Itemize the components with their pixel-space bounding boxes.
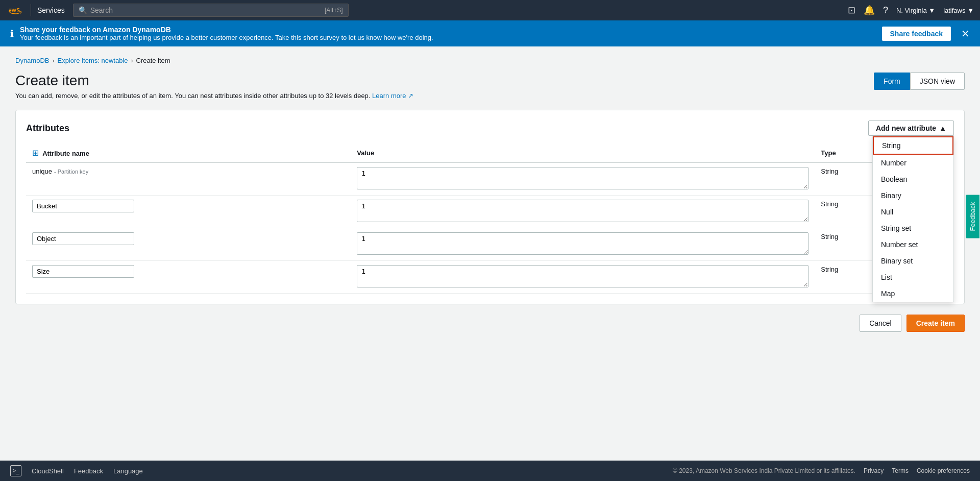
table-row: 1 String bbox=[26, 196, 954, 228]
attr-value-cell: 1 bbox=[351, 196, 815, 228]
attr-name-cell bbox=[26, 228, 351, 261]
attr-name-cell bbox=[26, 261, 351, 294]
attr-name-cell bbox=[26, 196, 351, 228]
dropdown-item-binaryset[interactable]: Binary set bbox=[873, 253, 953, 269]
attributes-header: Attributes Add new attribute ▲ String Nu… bbox=[26, 121, 954, 136]
form-view-button[interactable]: Form bbox=[874, 73, 910, 90]
add-attribute-wrapper: Add new attribute ▲ String Number Boolea… bbox=[868, 121, 954, 136]
attr-name-input[interactable] bbox=[32, 265, 134, 278]
attributes-card: Attributes Add new attribute ▲ String Nu… bbox=[15, 110, 965, 304]
top-navigation: Services 🔍 [Alt+S] ⊡ 🔔 ? N. Virginia ▼ l… bbox=[0, 0, 980, 20]
create-item-button[interactable]: Create item bbox=[906, 315, 965, 332]
dropdown-item-boolean[interactable]: Boolean bbox=[873, 171, 953, 187]
search-shortcut: [Alt+S] bbox=[325, 7, 343, 14]
dropdown-item-string[interactable]: String bbox=[873, 136, 953, 155]
dropdown-item-null[interactable]: Null bbox=[873, 204, 953, 220]
nav-icons: ⊡ 🔔 ? N. Virginia ▼ latifaws ▼ bbox=[848, 5, 974, 16]
cloud-icon[interactable]: ⊡ bbox=[848, 5, 855, 16]
attributes-table: ⊞ Attribute name Value Type unique - Par… bbox=[26, 144, 954, 294]
breadcrumb-explore[interactable]: Explore items: newtable bbox=[57, 57, 128, 64]
attr-type-label: String bbox=[821, 233, 838, 240]
search-icon: 🔍 bbox=[79, 6, 87, 14]
chevron-up-icon: ▲ bbox=[939, 124, 946, 132]
banner-text: Share your feedback on Amazon DynamoDB Y… bbox=[20, 26, 876, 41]
attr-value-cell: 1 bbox=[351, 261, 815, 294]
attr-name-readonly: unique bbox=[32, 167, 52, 175]
page-description: You can add, remove, or edit the attribu… bbox=[15, 92, 413, 100]
dropdown-item-stringset[interactable]: String set bbox=[873, 220, 953, 236]
attr-type-label: String bbox=[821, 167, 838, 175]
attr-value-cell: 1 bbox=[351, 228, 815, 261]
attributes-title: Attributes bbox=[26, 123, 69, 134]
dropdown-item-number[interactable]: Number bbox=[873, 155, 953, 171]
attr-value-cell: 1 bbox=[351, 162, 815, 196]
breadcrumb-sep-2: › bbox=[131, 57, 133, 64]
banner-title: Share your feedback on Amazon DynamoDB bbox=[20, 26, 876, 34]
cancel-button[interactable]: Cancel bbox=[860, 315, 901, 332]
attr-value-input[interactable]: 1 bbox=[357, 232, 808, 255]
table-row: 1 String bbox=[26, 228, 954, 261]
add-row-button[interactable]: ⊞ bbox=[32, 148, 39, 158]
breadcrumb-current: Create item bbox=[136, 57, 170, 64]
bottom-buttons: Cancel Create item bbox=[15, 315, 965, 337]
search-bar[interactable]: 🔍 [Alt+S] bbox=[73, 4, 349, 17]
breadcrumb-sep-1: › bbox=[52, 57, 54, 64]
json-view-button[interactable]: JSON view bbox=[910, 73, 965, 90]
attr-type-label: String bbox=[821, 200, 838, 208]
user-menu[interactable]: latifaws ▼ bbox=[943, 7, 974, 14]
banner-subtitle: Your feedback is an important part of he… bbox=[20, 34, 876, 41]
nav-divider bbox=[31, 4, 31, 16]
attr-value-input[interactable]: 1 bbox=[357, 265, 808, 287]
page-header-left: Create item You can add, remove, or edit… bbox=[15, 73, 413, 100]
add-new-attribute-button[interactable]: Add new attribute ▲ bbox=[868, 121, 954, 136]
attr-name-cell: unique - Partition key bbox=[26, 162, 351, 196]
attribute-type-dropdown: String Number Boolean Binary Null String… bbox=[872, 136, 954, 302]
page-title: Create item bbox=[15, 73, 413, 89]
share-feedback-button[interactable]: Share feedback bbox=[882, 27, 951, 41]
dropdown-item-map[interactable]: Map bbox=[873, 285, 953, 302]
attr-name-input[interactable] bbox=[32, 200, 134, 212]
learn-more-link[interactable]: Learn more ↗ bbox=[372, 92, 413, 100]
partition-key-label: - Partition key bbox=[54, 169, 88, 175]
page-header: Create item You can add, remove, or edit… bbox=[15, 73, 965, 100]
bell-icon[interactable]: 🔔 bbox=[864, 5, 875, 16]
attr-value-input[interactable]: 1 bbox=[357, 200, 808, 222]
info-icon: ℹ bbox=[10, 28, 14, 39]
main-content: DynamoDB › Explore items: newtable › Cre… bbox=[0, 46, 980, 446]
attr-value-input[interactable]: 1 bbox=[357, 167, 808, 189]
table-row: unique - Partition key 1 String bbox=[26, 162, 954, 196]
table-row: 1 String bbox=[26, 261, 954, 294]
search-input[interactable] bbox=[90, 6, 321, 14]
attr-name-input[interactable] bbox=[32, 232, 134, 245]
banner-close-icon[interactable]: ✕ bbox=[961, 28, 970, 40]
feedback-banner: ℹ Share your feedback on Amazon DynamoDB… bbox=[0, 20, 980, 46]
breadcrumb: DynamoDB › Explore items: newtable › Cre… bbox=[15, 57, 965, 64]
view-toggle: Form JSON view bbox=[874, 73, 965, 90]
feedback-side-tab[interactable]: Feedback bbox=[966, 195, 979, 238]
region-selector[interactable]: N. Virginia ▼ bbox=[896, 7, 935, 14]
dropdown-item-numberset[interactable]: Number set bbox=[873, 236, 953, 253]
help-icon[interactable]: ? bbox=[883, 5, 888, 16]
aws-logo[interactable] bbox=[6, 4, 24, 16]
dropdown-item-binary[interactable]: Binary bbox=[873, 187, 953, 204]
col-header-value: Value bbox=[351, 144, 815, 162]
col-header-name: ⊞ Attribute name bbox=[26, 144, 351, 162]
breadcrumb-dynamodb[interactable]: DynamoDB bbox=[15, 57, 49, 64]
attr-type-label: String bbox=[821, 266, 838, 273]
dropdown-item-list[interactable]: List bbox=[873, 269, 953, 285]
services-menu[interactable]: Services bbox=[37, 6, 65, 14]
